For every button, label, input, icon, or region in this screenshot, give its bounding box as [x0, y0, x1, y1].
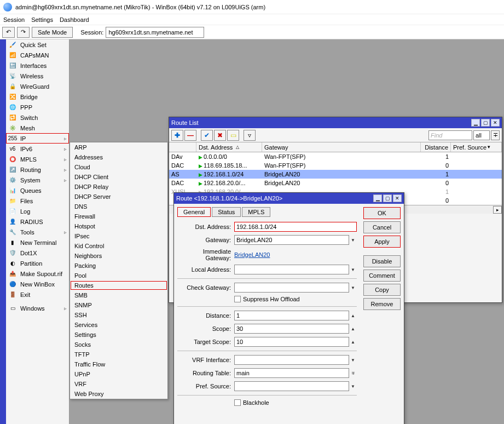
sidebar-item-mesh[interactable]: ✳️Mesh [6, 123, 69, 133]
submenu-item-traffic-flow[interactable]: Traffic Flow [70, 359, 167, 369]
redo-button[interactable]: ↷ [17, 27, 30, 38]
submenu-item-dns[interactable]: DNS [70, 202, 167, 211]
submenu-item-hotspot[interactable]: Hotspot [70, 221, 167, 231]
submenu-item-neighbors[interactable]: Neighbors [70, 251, 167, 261]
gateway-input[interactable]: BridgeLAN20 [234, 235, 349, 245]
cancel-button[interactable]: Cancel [363, 221, 401, 233]
remove-button[interactable]: — [184, 130, 196, 141]
apply-button[interactable]: Apply [363, 236, 401, 248]
tab-general[interactable]: General [177, 207, 211, 217]
imm-gateway-link[interactable]: BridgeLAN20 [234, 251, 270, 258]
submenu-item-packing[interactable]: Packing [70, 261, 167, 271]
submenu-item-dhcp-server[interactable]: DHCP Server [70, 192, 167, 202]
sidebar-item-wireless[interactable]: 📡Wireless [6, 71, 69, 81]
check-gateway-input[interactable] [234, 283, 349, 293]
sidebar-item-ipv6[interactable]: v6IPv6▹ [6, 144, 69, 154]
find-input[interactable]: Find [428, 130, 472, 140]
submenu-item-dhcp-relay[interactable]: DHCP Relay [70, 182, 167, 192]
submenu-item-routes[interactable]: Routes [70, 280, 167, 290]
sidebar-item-tools[interactable]: 🔧Tools▹ [6, 227, 69, 237]
maximize-button[interactable]: ▢ [383, 194, 392, 202]
col-flags[interactable] [169, 142, 196, 152]
tscope-up-icon[interactable]: ▲ [349, 340, 357, 345]
menu-session[interactable]: Session [3, 16, 25, 23]
sidebar-item-windows[interactable]: ▭Windows▹ [6, 303, 69, 313]
col-gateway[interactable]: Gateway [262, 142, 421, 152]
tab-mpls[interactable]: MPLS [242, 207, 270, 217]
submenu-item-upnp[interactable]: UPnP [70, 369, 167, 379]
submenu-item-snmp[interactable]: SNMP [70, 300, 167, 310]
route-row[interactable]: DAv▶0.0.0.0/0Wan-FPT(SFP)1 [169, 152, 502, 161]
suppress-hw-checkbox[interactable] [234, 296, 241, 302]
submenu-item-services[interactable]: Services [70, 320, 167, 330]
distance-input[interactable]: 1 [234, 311, 349, 320]
sidebar-item-radius[interactable]: 👤RADIUS [6, 216, 69, 227]
sidebar-item-exit[interactable]: 🚪Exit [6, 289, 69, 300]
sidebar-item-dot1x[interactable]: 🛡️Dot1X [6, 248, 69, 258]
filter-all-select[interactable]: all [473, 130, 490, 140]
disable-button[interactable]: Disable [363, 255, 401, 267]
vrf-expand-icon[interactable]: ▼ [349, 358, 357, 363]
close-button[interactable]: ✕ [491, 119, 500, 127]
submenu-item-addresses[interactable]: Addresses [70, 152, 167, 162]
submenu-item-pool[interactable]: Pool [70, 271, 167, 280]
local-address-input[interactable] [234, 265, 349, 274]
sidebar-item-ip[interactable]: 255IP▹ [6, 133, 69, 144]
sidebar-item-bridge[interactable]: 🔀Bridge [6, 91, 69, 102]
sidebar-item-capsman[interactable]: 📶CAPsMAN [6, 50, 69, 60]
undo-button[interactable]: ↶ [2, 27, 15, 38]
routing-table-input[interactable]: main [234, 368, 349, 378]
sidebar-item-mpls[interactable]: ⭕MPLS▹ [6, 154, 69, 164]
blackhole-checkbox[interactable] [234, 399, 241, 406]
enable-button[interactable]: ✔ [201, 130, 213, 141]
route-row[interactable]: DAC▶118.69.185.18...Wan-FPT(SFP)0 [169, 161, 502, 170]
safe-mode-button[interactable]: Safe Mode [32, 27, 73, 38]
menu-dashboard[interactable]: Dashboard [60, 16, 89, 23]
minimize-button[interactable]: ▁ [471, 119, 480, 127]
check-gw-expand-icon[interactable]: ▼ [349, 285, 357, 290]
route-list-titlebar[interactable]: Route List ▁ ▢ ✕ [169, 117, 502, 128]
target-scope-input[interactable]: 10 [234, 337, 349, 347]
submenu-item-smb[interactable]: SMB [70, 290, 167, 300]
sidebar-item-new-winbox[interactable]: 🔵New WinBox [6, 279, 69, 289]
sidebar-item-routing[interactable]: ↗️Routing▹ [6, 164, 69, 175]
sidebar-item-switch[interactable]: 🔁Switch [6, 112, 69, 123]
sidebar-item-log[interactable]: 📄Log [6, 206, 69, 216]
route-row[interactable]: DAC▶192.168.20.0/...BridgeLAN200 [169, 179, 502, 187]
submenu-item-firewall[interactable]: Firewall [70, 211, 167, 221]
tab-status[interactable]: Status [212, 207, 241, 217]
route-dialog-titlebar[interactable]: Route <192.168.1.0/24->BridgeLAN20> ▁ ▢ … [174, 193, 404, 204]
sidebar-item-quick-set[interactable]: 🖌️Quick Set [6, 39, 69, 50]
sidebar-item-new-terminal[interactable]: ▮New Terminal [6, 237, 69, 248]
ok-button[interactable]: OK [363, 207, 401, 219]
copy-button[interactable]: Copy [363, 284, 401, 296]
pref-expand-icon[interactable]: ▼ [349, 384, 357, 389]
col-dst[interactable]: Dst. Address △ [196, 142, 262, 152]
vrf-input[interactable] [234, 355, 349, 365]
route-row[interactable]: AS▶192.168.1.0/24BridgeLAN201 [169, 170, 502, 179]
comment-button[interactable]: Comment [363, 270, 401, 282]
sidebar-item-interfaces[interactable]: 🔚Interfaces [6, 60, 69, 71]
submenu-item-dhcp-client[interactable]: DHCP Client [70, 172, 167, 182]
minimize-button[interactable]: ▁ [373, 194, 382, 202]
pref-source-input[interactable] [234, 381, 349, 391]
scope-input[interactable]: 30 [234, 324, 349, 334]
submenu-item-arp[interactable]: ARP [70, 142, 167, 152]
submenu-item-ssh[interactable]: SSH [70, 310, 167, 320]
sidebar-item-queues[interactable]: 📊Queues [6, 185, 69, 196]
submenu-item-kid-control[interactable]: Kid Control [70, 241, 167, 251]
submenu-item-settings[interactable]: Settings [70, 330, 167, 340]
submenu-item-vrf[interactable]: VRF [70, 379, 167, 389]
session-value[interactable]: hg609xrx1dt.sn.mynetname.net [106, 27, 204, 38]
filter-dropdown-button[interactable]: ∓ [491, 130, 500, 140]
submenu-item-tftp[interactable]: TFTP [70, 349, 167, 359]
submenu-item-cloud[interactable]: Cloud [70, 162, 167, 172]
sidebar-item-files[interactable]: 📁Files [6, 196, 69, 206]
distance-up-icon[interactable]: ▲ [349, 313, 357, 318]
scope-up-icon[interactable]: ▲ [349, 326, 357, 331]
scroll-right-button[interactable]: ▸ [493, 206, 502, 214]
submenu-item-web-proxy[interactable]: Web Proxy [70, 389, 167, 399]
rtable-expand-icon[interactable]: ∓ [349, 371, 357, 376]
sidebar-item-make-supout-rif[interactable]: 📤Make Supout.rif [6, 268, 69, 279]
menu-settings[interactable]: Settings [31, 16, 53, 23]
